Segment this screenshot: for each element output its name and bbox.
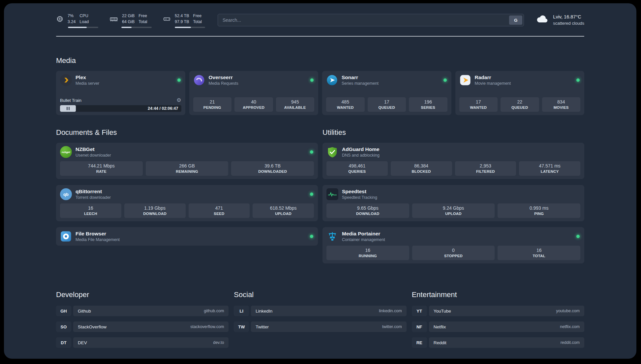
stat-value: 17 xyxy=(369,99,405,105)
stat-label: TOTAL xyxy=(499,254,579,258)
cpu-progress-bar xyxy=(68,27,98,28)
stat-value: 39.6 TB xyxy=(232,163,313,168)
bookmark-abbr: NF xyxy=(412,321,427,332)
search-input[interactable] xyxy=(218,14,508,26)
documents-column: Documents & Files nzbget NZBGet Usenet d… xyxy=(56,128,318,269)
homepage-dashboard: 7% 3.24 CPU Load xyxy=(4,3,636,359)
stat-value: 0.993 ms xyxy=(499,205,579,211)
stat-value: 196 xyxy=(410,99,446,105)
stat-value: 485 xyxy=(327,99,363,105)
app-name-sonarr: Sonarr xyxy=(342,75,440,80)
stat-leech: 16 LEECH xyxy=(60,203,121,218)
bookmark-domain: reddit.com xyxy=(561,340,580,345)
card-qbittorrent[interactable]: qb qBittorrent Torrent downloader 16 LEE… xyxy=(56,185,318,221)
bookmarks-developer: Developer GH Github github.com SO StackO… xyxy=(56,290,229,353)
app-name-filebrowser: File Browser xyxy=(76,231,306,237)
stat-label: SERIES xyxy=(410,106,446,109)
bookmark-domain: netflix.com xyxy=(560,324,580,329)
stat-value: 744.21 Mbps xyxy=(61,163,141,168)
card-speedtest[interactable]: Speedtest Speedtest Tracking 9.65 Gbps D… xyxy=(322,185,584,221)
card-sonarr[interactable]: Sonarr Series management 485 WANTED 17 Q… xyxy=(322,71,451,115)
bookmark-stackoverflow[interactable]: SO StackOverflow stackoverflow.com xyxy=(56,321,229,332)
bookmark-abbr: TW xyxy=(234,321,249,332)
stat-label: UPLOAD xyxy=(254,212,313,216)
stat-label: UPLOAD xyxy=(413,212,494,216)
stat-value: 9.24 Gbps xyxy=(413,205,494,211)
card-overseerr[interactable]: Overseerr Media Requests 21 PENDING 40 A… xyxy=(189,71,319,115)
stat-value: 9.65 Gbps xyxy=(328,205,408,211)
stat-value: 266 GB xyxy=(147,163,227,168)
bookmark-domain: stackoverflow.com xyxy=(190,324,224,329)
bookmark-netflix[interactable]: NF Netflix netflix.com xyxy=(412,321,584,332)
cpu-widget: 7% 3.24 CPU Load xyxy=(56,13,98,28)
app-desc-qbittorrent: Torrent downloader xyxy=(76,195,306,200)
overseerr-stats: 21 PENDING 40 APPROVED 945 AVAILABLE xyxy=(193,97,315,112)
card-radarr[interactable]: Radarr Movie management 17 WANTED 22 QUE… xyxy=(455,71,585,115)
app-name-overseerr: Overseerr xyxy=(209,75,307,80)
app-desc-filebrowser: Media File Management xyxy=(76,237,306,242)
card-plex[interactable]: Plex Media server Bullet Train ⚙ 24:44 /… xyxy=(56,71,185,115)
stat-label: AVAILABLE xyxy=(277,106,313,109)
bookmark-twitter[interactable]: TW Twitter twitter.com xyxy=(234,321,406,332)
memory-icon xyxy=(109,15,118,23)
memory-widget: 22 GiB 64 GiB Free Total xyxy=(109,13,152,28)
stat-label: QUEUED xyxy=(369,106,405,109)
status-dot-portainer xyxy=(576,235,580,238)
stat-value: 1.19 Gbps xyxy=(126,205,184,211)
stat-value: 2,953 xyxy=(456,163,515,168)
playback-progress-bar[interactable]: 24:44 / 02:06:47 xyxy=(60,105,181,112)
stat-series: 196 SERIES xyxy=(409,97,447,112)
pause-button[interactable] xyxy=(60,105,76,112)
stat-value: 21 xyxy=(195,99,230,105)
card-filebrowser[interactable]: File Browser Media File Management xyxy=(56,227,318,246)
section-title-social: Social xyxy=(234,290,406,299)
stat-value: 16 xyxy=(328,248,408,253)
bookmark-abbr: DT xyxy=(56,337,71,348)
stat-downloaded: 39.6 TB DOWNLOADED xyxy=(231,161,314,176)
section-title-utilities: Utilities xyxy=(322,128,584,137)
bookmark-abbr: LI xyxy=(234,306,249,316)
stat-rate: 744.21 Mbps RATE xyxy=(60,161,143,176)
nzbget-icon: nzbget xyxy=(60,146,72,158)
stat-label: WANTED xyxy=(461,106,497,109)
stat-available: 945 AVAILABLE xyxy=(276,97,315,112)
bookmark-reddit[interactable]: RE Reddit reddit.com xyxy=(412,337,584,348)
card-adguard[interactable]: AdGuard Home DNS and adblocking 498,461 … xyxy=(322,143,584,179)
disk-widget: 52.4 TB 97.9 TB Free Total xyxy=(163,13,205,28)
app-desc-sonarr: Series management xyxy=(342,81,440,86)
app-desc-speedtest: Speedtest Tracking xyxy=(342,195,580,200)
stat-blocked: 86,384 BLOCKED xyxy=(391,161,452,176)
card-portainer[interactable]: Media Portainer Container management 16 … xyxy=(322,227,584,263)
section-title-media: Media xyxy=(56,56,584,65)
portainer-stats: 16 RUNNING 0 STOPPED 16 TOTAL xyxy=(326,246,580,260)
app-desc-overseerr: Media Requests xyxy=(209,81,307,86)
bookmarks-social: Social LI LinkedIn linkedin.com TW Twitt… xyxy=(234,290,406,353)
stat-approved: 40 APPROVED xyxy=(234,97,273,112)
stat-download: 1.19 Gbps DOWNLOAD xyxy=(124,203,186,218)
stat-pending: 21 PENDING xyxy=(193,97,232,112)
now-playing-title: Bullet Train xyxy=(60,98,81,103)
stat-value: 17 xyxy=(461,99,497,105)
bookmark-name: Netflix xyxy=(434,324,446,329)
stat-label: DOWNLOADED xyxy=(232,169,313,173)
bookmark-youtube[interactable]: YT YouTube youtube.com xyxy=(412,306,584,316)
settings-gear-icon[interactable]: ⚙ xyxy=(176,98,181,103)
radarr-stats: 17 WANTED 22 QUEUED 834 MOVIES xyxy=(459,97,581,112)
stat-label: FILTERED xyxy=(456,169,515,173)
stat-label: REMAINING xyxy=(147,169,227,173)
weather-widget: Lviv, 16.87°C scattered clouds xyxy=(536,14,584,26)
search-provider-button[interactable]: G xyxy=(509,15,522,25)
card-nzbget[interactable]: nzbget NZBGet Usenet downloader 744.21 M… xyxy=(56,143,318,179)
status-dot-overseerr xyxy=(310,78,314,82)
radarr-icon xyxy=(459,74,471,86)
stat-label: MOVIES xyxy=(543,106,579,109)
bookmark-dev[interactable]: DT DEV dev.to xyxy=(56,337,229,348)
bookmark-name: StackOverflow xyxy=(78,324,107,329)
bookmark-linkedin[interactable]: LI LinkedIn linkedin.com xyxy=(234,306,406,316)
plex-icon xyxy=(60,74,72,86)
memory-free-label: Free xyxy=(138,13,147,19)
bookmark-github[interactable]: GH Github github.com xyxy=(56,306,229,316)
disk-total-label: Total xyxy=(193,19,202,25)
sonarr-stats: 485 WANTED 17 QUEUED 196 SERIES xyxy=(326,97,447,112)
bookmark-domain: linkedin.com xyxy=(379,309,402,313)
